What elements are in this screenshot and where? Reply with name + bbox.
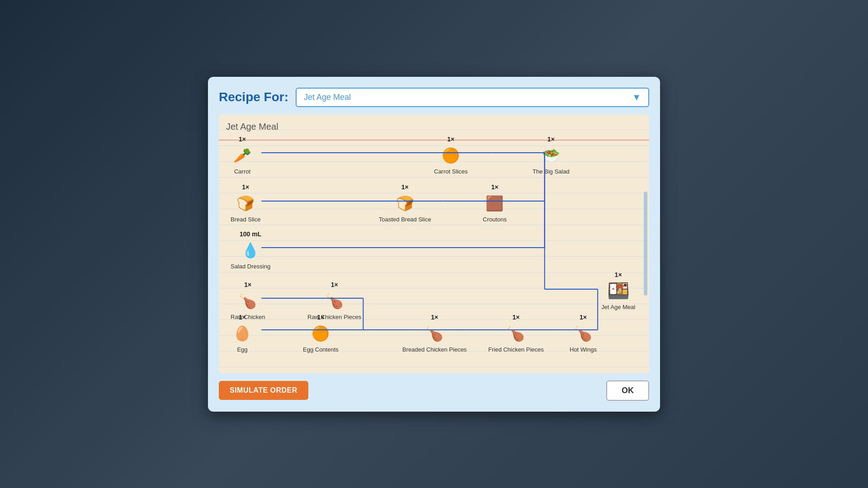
toasted-bread-icon: 🍞 [393, 192, 417, 215]
egg-contents-qty: 1× [317, 314, 324, 321]
carrot-slices-icon: 🟠 [439, 144, 462, 167]
bread-slice-label: Bread Slice [231, 216, 260, 223]
bread-qty: 1× [242, 183, 249, 191]
carrot-label: Carrot [234, 168, 250, 175]
ok-button[interactable]: OK [606, 380, 649, 401]
node-toasted-bread: 1× 🍞 Toasted Bread Slice [379, 183, 431, 223]
toasted-bread-label: Toasted Bread Slice [379, 216, 431, 223]
fried-chicken-icon: 🍗 [504, 322, 528, 345]
big-salad-icon: 🥗 [539, 144, 563, 167]
recipe-dropdown[interactable]: Jet Age Meal ▼ [296, 88, 649, 107]
salad-dressing-icon: 💧 [239, 239, 262, 262]
salad-dressing-qty: 100 mL [240, 230, 261, 238]
dropdown-arrow-icon: ▼ [632, 92, 641, 103]
node-big-salad: 1× 🥗 The Big Salad [533, 136, 570, 175]
jet-age-meal-icon: 🍱 [607, 279, 630, 303]
node-fried-chicken: 1× 🍗 Fried Chicken Pieces [488, 314, 544, 353]
raw-chicken-icon: 🍗 [236, 289, 259, 313]
simulate-order-button[interactable]: SIMULATE ORDER [219, 381, 308, 400]
egg-contents-label: Egg Contents [303, 346, 339, 353]
recipe-for-label: Recipe For: [219, 90, 288, 104]
croutons-label: Croutons [483, 216, 507, 223]
scrollbar[interactable] [644, 192, 647, 295]
modal-footer: SIMULATE ORDER OK [219, 380, 649, 401]
modal-header: Recipe For: Jet Age Meal ▼ [219, 88, 649, 107]
raw-chicken-qty: 1× [244, 281, 251, 288]
egg-qty: 1× [239, 314, 246, 321]
big-salad-qty: 1× [547, 136, 555, 143]
recipe-dropdown-text: Jet Age Meal [304, 93, 351, 102]
modal-wrapper: Recipe For: Jet Age Meal ▼ Jet Age Meal [208, 77, 660, 412]
recipe-content: Jet Age Meal [219, 114, 649, 373]
node-croutons: 1× 🟫 Croutons [483, 183, 507, 223]
node-carrot: 1× 🥕 Carrot [231, 136, 254, 175]
node-bread-slice: 1× 🍞 Bread Slice [231, 183, 260, 223]
salad-dressing-label: Salad Dressing [231, 263, 270, 270]
jet-age-meal-qty: 1× [615, 271, 622, 278]
node-jet-age-meal: 1× 🍱 Jet Age Meal [601, 271, 635, 311]
breaded-chicken-label: Breaded Chicken Pieces [402, 346, 467, 353]
hot-wings-icon: 🍗 [571, 322, 595, 345]
fried-chicken-qty: 1× [512, 314, 519, 321]
carrot-slices-qty: 1× [447, 136, 454, 143]
croutons-icon: 🟫 [483, 192, 506, 215]
carrot-icon: 🥕 [231, 144, 254, 167]
big-salad-label: The Big Salad [533, 168, 570, 175]
node-hot-wings: 1× 🍗 Hot Wings [570, 314, 597, 353]
carrot-slices-label: Carrot Slices [434, 168, 467, 175]
hot-wings-label: Hot Wings [570, 346, 597, 353]
node-egg-contents: 1× 🟠 Egg Contents [303, 314, 339, 353]
egg-label: Egg [237, 346, 247, 353]
toasted-bread-qty: 1× [401, 183, 409, 191]
recipe-content-title: Jet Age Meal [226, 122, 642, 132]
node-salad-dressing: 100 mL 💧 Salad Dressing [231, 230, 270, 270]
breaded-chicken-qty: 1× [431, 314, 438, 321]
breaded-chicken-icon: 🍗 [423, 322, 446, 345]
hot-wings-qty: 1× [580, 314, 587, 321]
croutons-qty: 1× [491, 183, 498, 191]
raw-chicken-pieces-qty: 1× [331, 281, 338, 288]
bread-slice-icon: 🍞 [234, 192, 257, 215]
egg-icon: 🥚 [231, 322, 254, 345]
node-carrot-slices: 1× 🟠 Carrot Slices [434, 136, 467, 175]
jet-age-meal-label: Jet Age Meal [601, 304, 635, 311]
egg-contents-icon: 🟠 [309, 322, 332, 345]
node-breaded-chicken: 1× 🍗 Breaded Chicken Pieces [402, 314, 467, 353]
carrot-qty: 1× [239, 136, 246, 143]
recipe-modal: Recipe For: Jet Age Meal ▼ Jet Age Meal [208, 77, 660, 412]
fried-chicken-label: Fried Chicken Pieces [488, 346, 544, 353]
raw-chicken-pieces-icon: 🍗 [323, 289, 346, 313]
recipe-diagram: 1× 🥕 Carrot 1× 🟠 Carrot Slices 1× 🥗 The … [226, 136, 642, 366]
node-egg: 1× 🥚 Egg [231, 314, 254, 353]
